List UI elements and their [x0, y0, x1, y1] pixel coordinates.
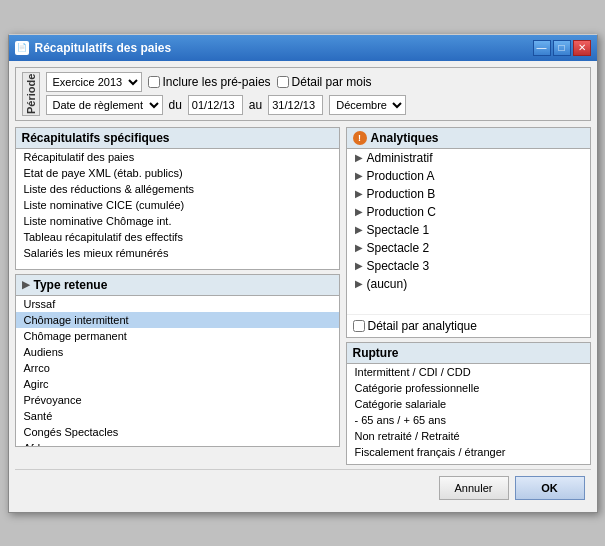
type-retenue-list: Urssaf Chômage intermittent Chômage perm… [16, 296, 339, 446]
periode-row-1: Exercice 2013 Inclure les pré-paies Déta… [46, 72, 584, 92]
periode-label: Période [22, 72, 40, 116]
maximize-button[interactable]: □ [553, 40, 571, 56]
rupture-title: Rupture [353, 346, 399, 360]
arrow-right-icon: ▶ [355, 224, 363, 235]
list-item[interactable]: Etat de paye XML (étab. publics) [16, 165, 339, 181]
title-bar: 📄 Récapitulatifs des paies — □ ✕ [9, 35, 597, 61]
main-area: Récapitulatifs spécifiques Récapitulatif… [15, 127, 591, 465]
cancel-button[interactable]: Annuler [439, 476, 509, 500]
ok-button[interactable]: OK [515, 476, 585, 500]
type-retenue-header[interactable]: ▶ Type retenue [16, 275, 339, 296]
list-item[interactable]: Salariés les mieux rémunérés [16, 245, 339, 261]
rupture-item[interactable]: Intermittent / CDI / CDD [347, 364, 590, 380]
type-retenue-section: ▶ Type retenue Urssaf Chômage intermitte… [15, 274, 340, 447]
list-item[interactable]: Urssaf [16, 296, 339, 312]
main-window: 📄 Récapitulatifs des paies — □ ✕ Période… [8, 34, 598, 513]
close-button[interactable]: ✕ [573, 40, 591, 56]
periode-row-2: Date de règlement du au Décembre [46, 95, 584, 115]
date-du-input[interactable] [188, 95, 243, 115]
arrow-right-icon: ▶ [355, 188, 363, 199]
list-item[interactable]: Prévoyance [16, 392, 339, 408]
analytiques-item[interactable]: ▶ Production A [347, 167, 590, 185]
analytiques-header: ! Analytiques [347, 128, 590, 149]
recapitulatifs-section: Récapitulatifs spécifiques Récapitulatif… [15, 127, 340, 270]
arrow-right-icon: ▶ [355, 206, 363, 217]
date-au-input[interactable] [268, 95, 323, 115]
recapitulatifs-list: Récapitulatif des paies Etat de paye XML… [16, 149, 339, 269]
detail-mois-checkbox[interactable] [277, 76, 289, 88]
detail-analytique-checkbox-label[interactable]: Détail par analytique [353, 319, 584, 333]
analytiques-list: ▶ Administratif ▶ Production A ▶ Product… [347, 149, 590, 314]
window-title: Récapitulatifs des paies [35, 41, 172, 55]
footer: Annuler OK [15, 469, 591, 506]
arrow-right-icon: ▶ [355, 278, 363, 289]
arrow-right-icon: ▶ [355, 260, 363, 271]
inclure-checkbox-label[interactable]: Inclure les pré-paies [148, 75, 271, 89]
inclure-checkbox[interactable] [148, 76, 160, 88]
exercice-select[interactable]: Exercice 2013 [46, 72, 142, 92]
rupture-section: Rupture Intermittent / CDI / CDD Catégor… [346, 342, 591, 465]
analytiques-item[interactable]: ▶ Spectacle 2 [347, 239, 590, 257]
analytiques-section: ! Analytiques ▶ Administratif ▶ Producti… [346, 127, 591, 338]
list-item[interactable]: Congés Spectacles [16, 424, 339, 440]
analytiques-item[interactable]: ▶ Spectacle 3 [347, 257, 590, 275]
analytiques-item[interactable]: ▶ Spectacle 1 [347, 221, 590, 239]
rupture-item[interactable]: Catégorie salariale [347, 396, 590, 412]
analytiques-item[interactable]: ▶ Production B [347, 185, 590, 203]
list-item[interactable]: Liste nominative CICE (cumulée) [16, 197, 339, 213]
right-panel: ! Analytiques ▶ Administratif ▶ Producti… [346, 127, 591, 465]
mois-select[interactable]: Décembre [329, 95, 406, 115]
detail-analytique-area: Détail par analytique [347, 314, 590, 337]
arrow-right-icon: ▶ [355, 170, 363, 181]
detail-analytique-label: Détail par analytique [368, 319, 477, 333]
list-item[interactable]: Santé [16, 408, 339, 424]
arrow-right-icon: ▶ [355, 152, 363, 163]
analytiques-title: Analytiques [371, 131, 439, 145]
list-item[interactable]: Liste des réductions & allégements [16, 181, 339, 197]
window-icon: 📄 [15, 41, 29, 55]
list-item[interactable]: Arrco [16, 360, 339, 376]
list-item[interactable]: Chômage permanent [16, 328, 339, 344]
periode-controls: Exercice 2013 Inclure les pré-paies Déta… [46, 72, 584, 115]
recapitulatifs-header: Récapitulatifs spécifiques [16, 128, 339, 149]
du-label: du [169, 98, 182, 112]
left-panel: Récapitulatifs spécifiques Récapitulatif… [15, 127, 340, 465]
chevron-right-icon: ▶ [22, 279, 30, 290]
arrow-right-icon: ▶ [355, 242, 363, 253]
list-item[interactable]: Tableau récapitulatif des effectifs [16, 229, 339, 245]
au-label: au [249, 98, 262, 112]
analytiques-item[interactable]: ▶ Production C [347, 203, 590, 221]
rupture-list: Intermittent / CDI / CDD Catégorie profe… [347, 364, 590, 464]
rupture-item[interactable]: Catégorie professionnelle [347, 380, 590, 396]
detail-mois-checkbox-label[interactable]: Détail par mois [277, 75, 372, 89]
analytiques-item[interactable]: ▶ (aucun) [347, 275, 590, 293]
title-controls: — □ ✕ [533, 40, 591, 56]
list-item[interactable]: Récapitulatif des paies [16, 149, 339, 165]
rupture-item[interactable]: Fiscalement français / étranger [347, 444, 590, 460]
orange-circle-icon: ! [353, 131, 367, 145]
list-item[interactable]: Chômage intermittent [16, 312, 339, 328]
minimize-button[interactable]: — [533, 40, 551, 56]
list-item[interactable]: Agirc [16, 376, 339, 392]
rupture-item[interactable]: - 65 ans / + 65 ans [347, 412, 590, 428]
rupture-header: Rupture [347, 343, 590, 364]
type-retenue-title: Type retenue [34, 278, 108, 292]
list-item[interactable]: Liste nominative Chômage int. [16, 213, 339, 229]
detail-analytique-checkbox[interactable] [353, 320, 365, 332]
rupture-item[interactable]: Non retraité / Retraité [347, 428, 590, 444]
periode-section: Période Exercice 2013 Inclure les pré-pa… [15, 67, 591, 121]
list-item[interactable]: Audiens [16, 344, 339, 360]
date-type-select[interactable]: Date de règlement [46, 95, 163, 115]
recapitulatifs-title: Récapitulatifs spécifiques [22, 131, 170, 145]
analytiques-item[interactable]: ▶ Administratif [347, 149, 590, 167]
list-item[interactable]: Afdas [16, 440, 339, 446]
